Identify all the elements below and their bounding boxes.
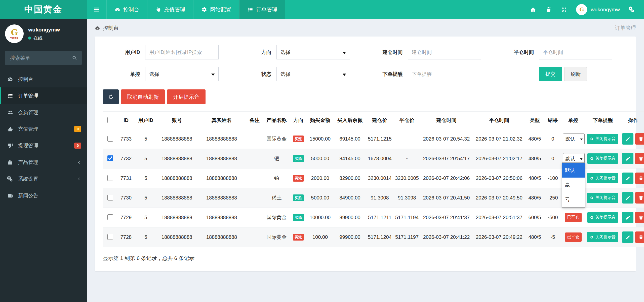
delete-button[interactable] [635, 192, 644, 204]
fullscreen-button[interactable] [556, 0, 572, 19]
edit-button[interactable] [622, 212, 633, 223]
delete-button[interactable] [635, 231, 644, 243]
nav-tab-2[interactable]: 充值管理 [147, 0, 193, 19]
sidebar-item-2[interactable]: 订单管理 [0, 87, 87, 104]
edit-button[interactable] [622, 133, 633, 145]
nav-tab-1[interactable]: 控制台 [106, 0, 147, 19]
control-cell: 默认默认赢亏 [562, 149, 584, 169]
status-label: 状态 [234, 71, 276, 78]
close-sound-button[interactable]: 关闭提示音 [587, 193, 618, 203]
delete-button[interactable] [635, 153, 644, 164]
search-input[interactable] [10, 55, 70, 61]
column-header: 下单提醒 [584, 112, 621, 129]
close-sound-button[interactable]: 关闭提示音 [587, 153, 618, 164]
nav-tab-4[interactable]: 订单管理 [239, 0, 285, 19]
sidebar-item-1[interactable]: 控制台 [0, 71, 87, 87]
edit-button[interactable] [622, 153, 633, 164]
row-control-select[interactable]: 默认 [563, 133, 585, 144]
close-sound-button[interactable]: 关闭提示音 [587, 134, 618, 144]
user-menu[interactable]: G wukongymw [572, 4, 624, 15]
real-name-cell: 18888888888 [197, 149, 246, 169]
settings-button[interactable] [624, 0, 639, 19]
submit-button[interactable]: 提交 [539, 67, 562, 81]
dropdown-option-1[interactable]: 默认 [562, 163, 585, 178]
row-checkbox[interactable] [107, 155, 113, 161]
select-all-checkbox[interactable] [107, 117, 113, 123]
sidebar-item-5[interactable]: 提现管理0 [0, 137, 87, 154]
close-price-cell: - [393, 149, 420, 169]
edit-button[interactable] [622, 173, 633, 184]
row-checkbox[interactable] [107, 175, 113, 181]
clear-cache-button[interactable] [541, 0, 556, 19]
close-sound-button[interactable]: 关闭提示音 [587, 212, 618, 223]
open-price-cell: 5171.1215 [366, 129, 393, 149]
row-checkbox[interactable] [107, 234, 113, 240]
remind-input[interactable] [408, 67, 481, 81]
delete-button[interactable] [635, 173, 644, 184]
control-select[interactable]: 选择 [145, 67, 219, 81]
sidebar-search [5, 51, 82, 65]
user-id-input[interactable] [145, 45, 219, 59]
trash-icon [638, 235, 643, 240]
sidebar-item-6[interactable]: 产品管理 [0, 154, 87, 171]
enable-sound-button[interactable]: 开启提示音 [167, 89, 206, 104]
orders-table: ID用户ID账号真实姓名备注产品名称方向购买金额买入后余额建仓价平仓价建仓时间平… [103, 111, 644, 247]
close-sound-label: 关闭提示音 [595, 215, 616, 220]
newspaper-icon [6, 193, 14, 198]
pencil-icon [625, 137, 630, 142]
sidebar-item-3[interactable]: 会员管理 [0, 104, 87, 121]
close-price-cell: - [393, 129, 420, 149]
remark-cell [246, 208, 263, 227]
result-cell: 0 [544, 129, 562, 149]
sidebar-item-4[interactable]: 充值管理0 [0, 121, 87, 137]
result-cell: 0 [544, 149, 562, 169]
search-icon[interactable] [72, 55, 77, 61]
orders-panel: 用户ID 方向 选择 建仓时间 平仓时间 单控 选择 状态 选择 [95, 37, 636, 271]
breadcrumb: 控制台 [95, 24, 119, 31]
reload-table-button[interactable] [103, 89, 119, 104]
account-cell: 18888888888 [157, 208, 197, 227]
close-sound-button[interactable]: 关闭提示音 [587, 232, 618, 242]
row-checkbox[interactable] [107, 136, 113, 142]
sidebar-user-panel: G中国黄金 wukongymw 在线 [0, 19, 87, 48]
direction-cell: 买涨 [290, 129, 306, 149]
row-checkbox[interactable] [107, 214, 113, 220]
row-checkbox[interactable] [107, 195, 113, 200]
open-time-cell: 2026-03-07 20:41:37 [420, 208, 472, 227]
sidebar-item-8[interactable]: 新闻公告 [0, 187, 87, 204]
home-button[interactable] [525, 0, 541, 19]
account-cell: 18888888888 [157, 149, 197, 169]
product-cell: 钯 [263, 149, 290, 169]
sidebar-toggle-button[interactable] [87, 0, 106, 19]
nav-tab-3[interactable]: 网站配置 [193, 0, 239, 19]
direction-cell: 买跌 [290, 188, 306, 208]
id-cell: 7728 [117, 227, 135, 247]
actions-cell [621, 227, 644, 247]
balance-cell: 69145.00 [334, 129, 366, 149]
amount-cell: 5000.00 [306, 188, 334, 208]
close-sound-label: 关闭提示音 [595, 136, 616, 142]
delete-button[interactable] [635, 212, 644, 223]
remark-cell [246, 188, 263, 208]
thumbs-down-icon [6, 143, 14, 149]
edit-button[interactable] [622, 231, 633, 243]
close-time-input[interactable] [539, 45, 612, 59]
direction-cell: 买涨 [290, 169, 306, 188]
direction-badge: 买涨 [293, 234, 304, 241]
cancel-auto-refresh-button[interactable]: 取消自动刷新 [121, 89, 165, 104]
sidebar-item-7[interactable]: 系统设置 [0, 171, 87, 187]
expand-icon [561, 7, 567, 13]
sidebar-item-label: 充值管理 [18, 126, 38, 132]
open-time-input[interactable] [408, 45, 481, 59]
dropdown-option-3[interactable]: 亏 [562, 192, 585, 207]
refresh-button[interactable]: 刷新 [564, 67, 587, 81]
status-select[interactable]: 选择 [276, 67, 350, 81]
dropdown-option-2[interactable]: 赢 [562, 178, 585, 192]
direction-select[interactable]: 选择 [276, 45, 350, 59]
edit-button[interactable] [622, 192, 633, 204]
control-dropdown: 默认赢亏 [562, 162, 585, 208]
id-cell: 7729 [117, 208, 135, 227]
close-sound-button[interactable]: 关闭提示音 [587, 173, 618, 183]
delete-button[interactable] [635, 133, 644, 145]
column-header: ID [117, 112, 135, 129]
